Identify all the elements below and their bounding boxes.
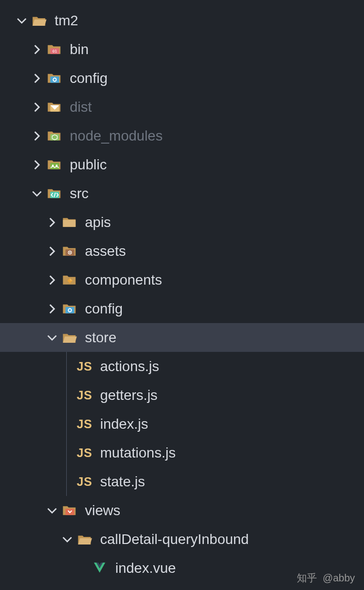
folder-config-icon [47,71,62,86]
js-file-icon: JS [77,445,92,461]
tree-item-label: bin [70,41,88,58]
tree-item-state-js[interactable]: JSstate.js [0,467,364,496]
chevron-right-icon [46,302,59,315]
tree-item-store[interactable]: store [0,323,364,352]
watermark: 知乎 @abby [297,571,355,585]
chevron-right-icon [30,101,43,114]
tree-item-label: mutations.js [100,445,175,461]
tree-item-label: callDetail-queryInbound [100,531,249,548]
tree-item-label: index.vue [115,560,176,576]
tree-item-public[interactable]: public [0,150,364,179]
tree-item-actions-js[interactable]: JSactions.js [0,352,364,381]
svg-point-8 [56,164,58,166]
folder-assets-icon [62,244,77,259]
tree-item-label: index.js [100,416,148,432]
folder-config-icon [62,301,77,316]
folder-components-icon [62,273,77,288]
tree-item-getters-js[interactable]: JSgetters.js [0,381,364,410]
chevron-right-icon [30,129,43,143]
tree-item-mutations-js[interactable]: JSmutations.js [0,438,364,467]
tree-item-views[interactable]: views [0,496,364,525]
chevron-down-icon [15,14,28,27]
tree-item-label: store [85,330,116,346]
vue-file-icon [92,561,107,576]
tree-item-apis[interactable]: apis [0,208,364,237]
folder-src-icon [47,186,62,201]
tree-item-dist[interactable]: dist [0,93,364,121]
svg-point-12 [69,252,71,253]
chevron-down-icon [61,533,74,546]
tree-item-config[interactable]: config [0,294,364,323]
tree-item-bin[interactable]: 01bin [0,35,364,64]
js-file-icon: JS [77,474,92,489]
tree-item-label: node_modules [70,128,163,144]
svg-point-7 [52,164,54,166]
chevron-down-icon [46,504,59,517]
chevron-down-icon [46,331,59,344]
folder-views-icon [62,503,77,518]
tree-item-src[interactable]: src [0,179,364,208]
folder-node-icon [47,128,62,144]
folder-dist-icon [47,100,62,115]
tree-item-label: state.js [100,474,145,490]
tree-item-tm2[interactable]: tm2 [0,6,364,35]
folder-generic-icon [62,215,77,230]
tree-item-label: public [70,157,107,173]
tree-item-label: src [70,186,88,202]
folder-open-icon [77,532,92,547]
chevron-right-icon [46,274,59,287]
folder-binary-icon: 01 [47,42,62,57]
chevron-right-icon [46,216,59,229]
folder-open-icon [31,13,47,28]
tree-item-label: actions.js [100,358,159,375]
tree-item-index-js[interactable]: JSindex.js [0,410,364,438]
tree-item-label: views [85,503,120,519]
tree-item-label: components [85,272,162,288]
tree-item-label: config [85,301,123,317]
tree-item-assets[interactable]: assets [0,237,364,265]
svg-point-16 [69,512,71,513]
folder-public-icon [47,157,62,172]
svg-text:01: 01 [53,49,57,54]
tree-item-components[interactable]: components [0,265,364,294]
js-file-icon: JS [77,388,92,403]
chevron-right-icon [46,245,59,258]
tree-item-label: getters.js [100,387,158,403]
chevron-right-icon [30,158,43,171]
zhihu-icon: 知乎 [297,571,317,585]
tree-item-calldetail-queryinbound[interactable]: callDetail-queryInbound [0,525,364,554]
tree-item-label: tm2 [55,13,78,29]
tree-item-label: apis [85,214,111,231]
chevron-right-icon [30,72,43,85]
tree-item-label: assets [85,243,126,259]
tree-item-label: dist [70,99,92,115]
file-tree: tm201binconfigdistnode_modulespublicsrca… [0,0,364,582]
js-file-icon: JS [77,359,92,374]
chevron-down-icon [30,187,43,200]
tree-item-config[interactable]: config [0,64,364,93]
js-file-icon: JS [77,417,92,432]
svg-rect-6 [51,163,60,169]
chevron-right-icon [30,43,43,56]
tree-item-label: config [70,70,108,86]
folder-open-icon [62,330,77,345]
tree-item-node-modules[interactable]: node_modules [0,121,364,150]
